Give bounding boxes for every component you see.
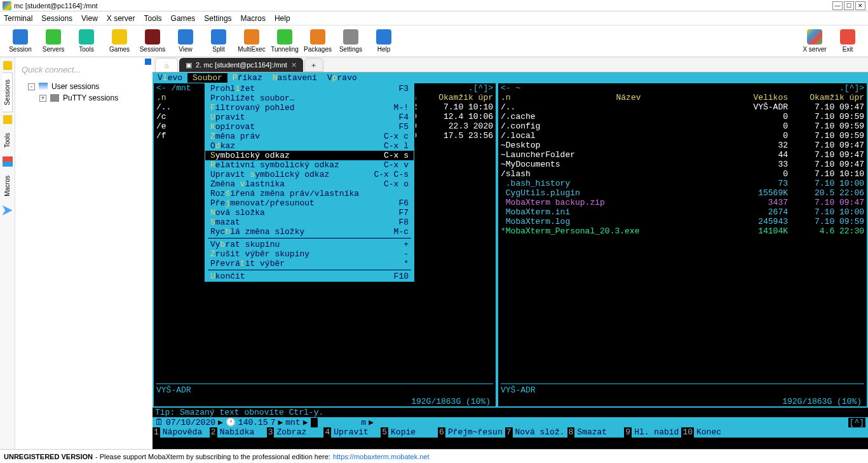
terminal-area[interactable]: VlevoSouborPříkazNastaveníVpravo <- /mnt… <box>153 73 868 449</box>
menu-item[interactable]: Nová složkaF7 <box>205 208 414 218</box>
maximize-button[interactable]: ☐ <box>844 1 854 10</box>
status-time: 140.15 <box>238 418 268 427</box>
file-row[interactable]: MobaXterm backup.zip3437 7.10 09:47 <box>498 198 867 207</box>
terminal-icon: ▣ <box>186 61 192 69</box>
menu-item[interactable]: Filtrovaný pohledM-! <box>205 103 414 113</box>
expand-icon[interactable]: + <box>39 95 46 102</box>
tool-settings[interactable]: Settings <box>334 29 367 53</box>
file-row[interactable]: *MobaXterm_Personal_20.3.exe14104K 4.6 2… <box>498 226 867 236</box>
fkey-10[interactable]: 10Konec <box>681 427 743 438</box>
menu-item[interactable]: Změna právC-x c <box>205 132 414 141</box>
menu-item[interactable]: Změna vlastníkaC-x o <box>205 179 414 189</box>
mc-menu-item[interactable]: Nastavení <box>268 73 322 83</box>
menu-item[interactable]: SmazatF8 <box>205 218 414 227</box>
games-icon <box>112 29 127 45</box>
menu-item[interactable]: ProhlížetF3 <box>205 84 414 93</box>
file-row[interactable]: MobaXterm.ini2674 7.10 10:00 <box>498 207 867 217</box>
file-row[interactable]: /.config0 7.10 09:59 <box>498 121 867 131</box>
file-row[interactable]: /slash0 7.10 10:10 <box>498 169 867 179</box>
menu-view[interactable]: View <box>81 14 98 23</box>
file-menu-dropdown[interactable]: ProhlížetF3Prohlížet soubor…Filtrovaný p… <box>205 83 414 282</box>
home-tab[interactable]: ⌂ <box>155 58 178 72</box>
fkey-1[interactable]: 1Nápověda <box>153 427 210 438</box>
menu-item[interactable]: Upravit symbolický odkazC-x C-s <box>205 170 414 179</box>
menu-sessions[interactable]: Sessions <box>41 14 72 23</box>
fkey-7[interactable]: 7Nová slož. <box>505 427 567 438</box>
support-link[interactable]: https://mobaxterm.mobatek.net <box>333 453 430 460</box>
tool-games[interactable]: Games <box>103 29 136 53</box>
tool-view[interactable]: View <box>169 29 202 53</box>
menu-macros[interactable]: Macros <box>241 14 266 23</box>
minimize-button[interactable]: — <box>832 1 843 10</box>
menu-settings[interactable]: Settings <box>204 14 231 23</box>
menu-item[interactable]: Vybrat skupinu+ <box>205 240 414 249</box>
menu-games[interactable]: Games <box>171 14 196 23</box>
menu-item[interactable]: Rychlá změna složkyM-c <box>205 227 414 237</box>
terminal-tab[interactable]: ▣ 2. mc [student@pc1164]:/mnt ✕ <box>179 58 303 72</box>
tab-close-icon[interactable]: ✕ <box>291 61 297 69</box>
mc-menu-item[interactable]: Soubor <box>187 73 227 83</box>
tool-xserver[interactable]: X server <box>798 29 831 53</box>
tree-user-sessions[interactable]: -User sessions <box>19 81 149 92</box>
menu-item[interactable]: Přejmenovat/přesunoutF6 <box>205 198 414 208</box>
tool-servers[interactable]: Servers <box>37 29 70 53</box>
fkey-2[interactable]: 2Nabídka <box>210 427 267 438</box>
mc-menu-item[interactable]: Vlevo <box>153 73 187 83</box>
folder-icon <box>50 94 59 102</box>
menu-tools[interactable]: Tools <box>144 14 162 23</box>
menu-item[interactable]: KopírovatF5 <box>205 122 414 132</box>
menu-item[interactable]: OdkazC-x l <box>205 141 414 151</box>
expand-icon[interactable]: - <box>28 83 35 90</box>
file-row[interactable]: /.local0 7.10 09:59 <box>498 131 867 141</box>
menu-item[interactable]: Rozšířená změna práv/vlastníka <box>205 189 414 198</box>
file-row[interactable]: /..VYŠ-ADR 7.10 09:47 <box>498 102 867 112</box>
menu-xserver[interactable]: X server <box>107 14 135 23</box>
side-tab-macros[interactable]: Macros <box>3 169 12 203</box>
close-button[interactable]: ✕ <box>855 1 865 10</box>
menu-item[interactable]: UkončitF10 <box>205 272 414 281</box>
menu-terminal[interactable]: Terminal <box>4 14 32 23</box>
menu-item[interactable]: Převrátit výběr* <box>205 259 414 268</box>
fkey-9[interactable]: 9Hl. nabíd <box>624 427 681 438</box>
tree-putty-sessions[interactable]: +PuTTY sessions <box>19 92 149 104</box>
tool-session[interactable]: Session <box>4 29 37 53</box>
file-row[interactable]: .bash_history73 7.10 10:00 <box>498 179 867 188</box>
new-tab-button[interactable]: ＋ <box>304 58 323 72</box>
fkey-5[interactable]: 5Kopie <box>381 427 438 438</box>
mc-menu-item[interactable]: Vpravo <box>322 73 362 83</box>
fkey-6[interactable]: 6Přejm~řesun <box>438 427 505 438</box>
side-tab-tools[interactable]: Tools <box>3 127 12 154</box>
tool-multiexec[interactable]: MultiExec <box>235 29 268 53</box>
file-row[interactable]: /.cache0 7.10 09:59 <box>498 112 867 121</box>
clock-icon: 🕐 <box>226 418 236 427</box>
mc-right-panel[interactable]: <- ~.[^]> .n Název Velikos Okamžik úpr /… <box>497 83 868 408</box>
file-row[interactable]: MobaXterm.log245943 7.10 09:59 <box>498 217 867 226</box>
menu-item[interactable]: Relativní symbolický odkazC-x v <box>205 160 414 170</box>
side-tab-sessions[interactable]: Sessions <box>3 73 13 113</box>
tool-split[interactable]: Split <box>202 29 235 53</box>
file-row[interactable]: ~LauncherFolder44 7.10 09:47 <box>498 150 867 160</box>
menu-item[interactable]: Zrušit výběr skupiny- <box>205 249 414 259</box>
menu-help[interactable]: Help <box>275 14 290 23</box>
menu-item[interactable]: UpravitF4 <box>205 113 414 122</box>
menu-item[interactable]: Prohlížet soubor… <box>205 93 414 103</box>
menu-item[interactable]: Symbolický odkazC-x s <box>205 151 414 160</box>
tool-tools[interactable]: Tools <box>70 29 103 53</box>
star-icon[interactable] <box>3 61 12 70</box>
send-icon[interactable] <box>3 205 13 216</box>
tool-help[interactable]: Help <box>367 29 400 53</box>
help-icon <box>376 29 391 45</box>
macros-tab-icon <box>3 156 13 167</box>
file-row[interactable]: ~MyDocuments33 7.10 09:47 <box>498 160 867 169</box>
mc-menu-item[interactable]: Příkaz <box>227 73 268 83</box>
fkey-8[interactable]: 8Smazat <box>567 427 625 438</box>
tool-packages[interactable]: Packages <box>301 29 334 53</box>
tool-sessions[interactable]: Sessions <box>136 29 169 53</box>
fkey-4[interactable]: 4Upravit <box>323 427 381 438</box>
file-row[interactable]: ~Desktop32 7.10 09:47 <box>498 141 867 150</box>
fkey-3[interactable]: 3Zobraz <box>267 427 324 438</box>
tool-exit[interactable]: Exit <box>831 29 864 53</box>
file-row[interactable]: CygUtils.plugin15569K20.5 22:06 <box>498 188 867 198</box>
quick-connect-input[interactable]: Quick connect... <box>19 61 149 81</box>
tool-tunneling[interactable]: Tunneling <box>268 29 301 53</box>
